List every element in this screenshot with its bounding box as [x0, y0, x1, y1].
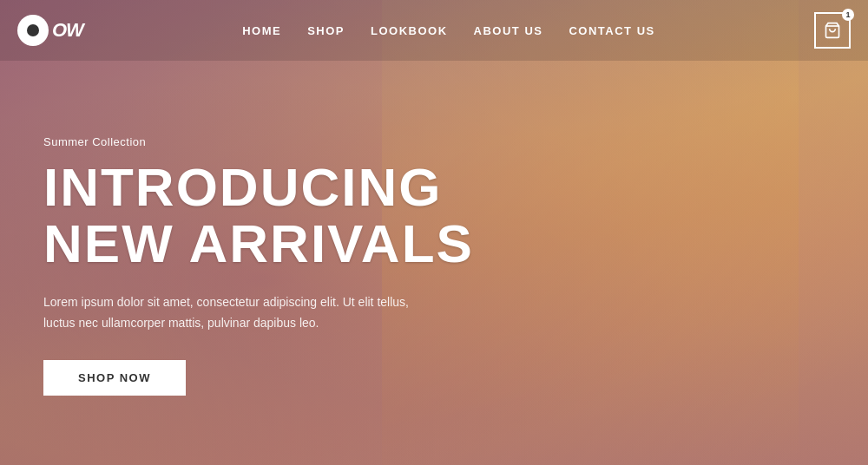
hero-title-line1: INTRODUCING [43, 157, 442, 217]
logo-icon [27, 24, 39, 36]
logo[interactable]: OW [17, 15, 83, 46]
collection-label: Summer Collection [43, 135, 474, 148]
nav-link-about[interactable]: ABOUT US [474, 24, 543, 37]
cart-button[interactable]: 1 [814, 12, 851, 49]
hero-description: Lorem ipsum dolor sit amet, consectetur … [43, 292, 443, 334]
nav-item-home[interactable]: HOME [242, 23, 281, 38]
logo-circle [17, 15, 49, 46]
nav-links: HOME SHOP LOOKBOOK ABOUT US CONTACT US [242, 23, 655, 38]
nav-link-shop[interactable]: SHOP [307, 24, 345, 37]
cart-icon [824, 22, 841, 39]
navbar: OW HOME SHOP LOOKBOOK ABOUT US CONTACT U… [0, 0, 868, 61]
hero-section: OW HOME SHOP LOOKBOOK ABOUT US CONTACT U… [0, 0, 868, 465]
cart-badge: 1 [842, 9, 854, 21]
nav-item-shop[interactable]: SHOP [307, 23, 345, 38]
nav-link-home[interactable]: HOME [242, 24, 281, 37]
hero-title: INTRODUCING NEW ARRIVALS [43, 159, 474, 272]
shop-now-button[interactable]: SHOP NOW [43, 360, 186, 396]
nav-item-about[interactable]: ABOUT US [474, 23, 543, 38]
nav-item-contact[interactable]: CONTACT US [569, 23, 654, 38]
logo-text: OW [52, 19, 83, 42]
hero-title-line2: NEW ARRIVALS [43, 213, 474, 273]
nav-link-contact[interactable]: CONTACT US [569, 24, 654, 37]
hero-content: Summer Collection INTRODUCING NEW ARRIVA… [43, 135, 474, 396]
nav-link-lookbook[interactable]: LOOKBOOK [371, 24, 448, 37]
nav-item-lookbook[interactable]: LOOKBOOK [371, 23, 448, 38]
